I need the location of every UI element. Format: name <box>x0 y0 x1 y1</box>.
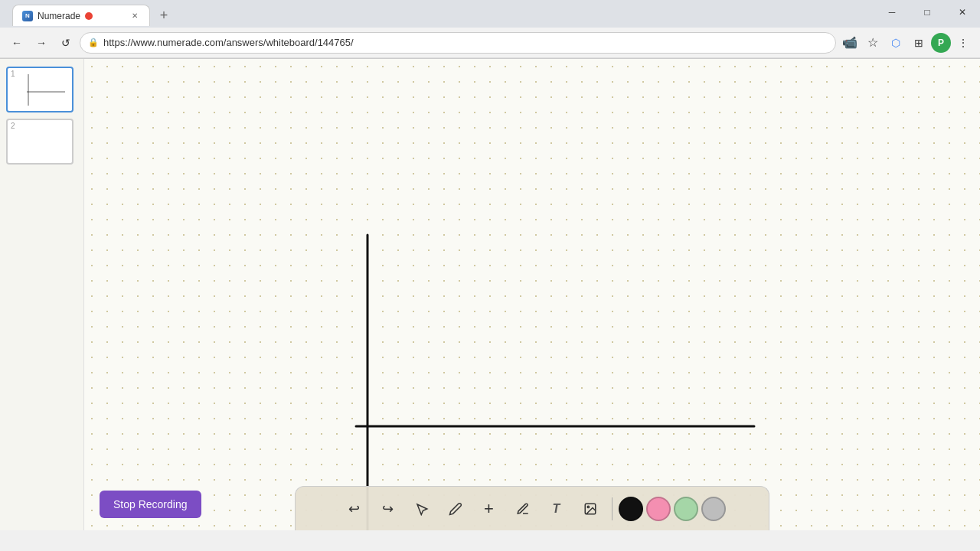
lock-icon: 🔒 <box>88 37 99 47</box>
tab-close-button[interactable]: ✕ <box>129 11 140 21</box>
page-thumb-1[interactable]: 1 <box>6 67 74 112</box>
maximize-button[interactable]: □ <box>910 0 945 24</box>
add-tool-button[interactable]: + <box>474 494 505 524</box>
tab-recording-dot <box>85 12 93 20</box>
reload-button[interactable]: ↺ <box>55 32 77 54</box>
new-tab-button[interactable]: + <box>153 5 175 26</box>
pen-tool-button[interactable] <box>440 494 471 524</box>
forward-button[interactable]: → <box>31 32 52 54</box>
window-controls: ─ □ ✕ <box>874 0 980 24</box>
svg-point-5 <box>587 506 589 507</box>
bookmark-button[interactable]: ☆ <box>862 32 884 54</box>
tab-title: Numerade <box>38 11 80 21</box>
drawing-toolbar: ↩ ↪ + <box>295 486 769 530</box>
nav-right-controls: 📹 ☆ ⬡ ⊞ P ⋮ <box>839 32 974 54</box>
cast-button[interactable]: 📹 <box>839 32 861 54</box>
navigation-bar: ← → ↺ 🔒 https://www.numerade.com/answers… <box>0 28 980 58</box>
select-tool-button[interactable] <box>407 494 437 524</box>
address-bar[interactable]: 🔒 https://www.numerade.com/answers/white… <box>80 32 836 54</box>
close-button[interactable]: ✕ <box>945 0 980 24</box>
drawing-svg <box>84 59 980 530</box>
color-black-button[interactable] <box>619 497 643 521</box>
page-number-2: 2 <box>11 122 15 130</box>
back-button[interactable]: ← <box>6 32 28 54</box>
color-green-button[interactable] <box>674 497 698 521</box>
toolbar-divider <box>612 497 612 520</box>
whiteboard-canvas[interactable]: Stop Recording ↩ ↪ + <box>84 59 980 530</box>
page-thumb-2[interactable]: 2 <box>6 119 74 165</box>
image-tool-button[interactable] <box>575 494 606 524</box>
extensions-button[interactable]: ⬡ <box>885 32 906 54</box>
ext2-button[interactable]: ⊞ <box>908 32 929 54</box>
page-number-1: 1 <box>11 70 15 78</box>
main-content: 1 2 Stop Recording ↩ ↪ <box>0 59 980 530</box>
highlighter-button[interactable] <box>508 494 538 524</box>
menu-button[interactable]: ⋮ <box>952 32 974 54</box>
stop-recording-button[interactable]: Stop Recording <box>100 491 201 518</box>
text-tool-button[interactable]: T <box>541 494 572 524</box>
tab-favicon: N <box>22 11 33 21</box>
page-thumbnails-panel: 1 2 <box>0 59 84 530</box>
color-gray-button[interactable] <box>701 497 726 521</box>
profile-button[interactable]: P <box>931 33 951 53</box>
active-tab[interactable]: N Numerade ✕ <box>12 5 150 26</box>
url-text: https://www.numerade.com/answers/whitebo… <box>103 37 828 48</box>
undo-button[interactable]: ↩ <box>339 494 370 524</box>
minimize-button[interactable]: ─ <box>874 0 910 24</box>
redo-button[interactable]: ↪ <box>373 494 403 524</box>
color-pink-button[interactable] <box>646 497 671 521</box>
